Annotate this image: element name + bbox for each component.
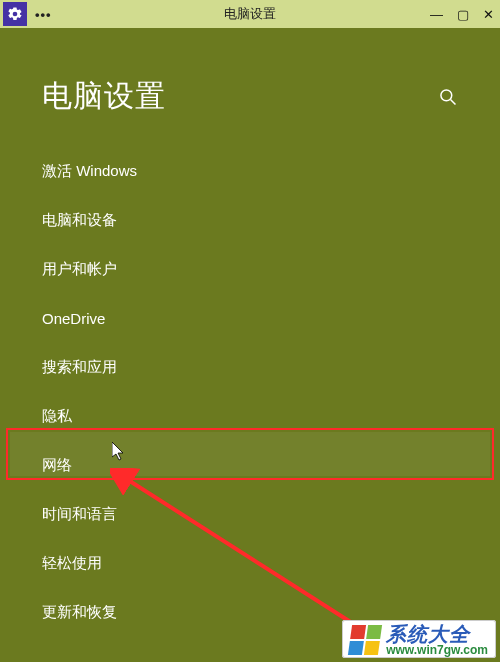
svg-line-1 [451, 99, 456, 104]
search-icon[interactable] [438, 87, 458, 107]
nav-item-users-accounts[interactable]: 用户和帐户 [42, 245, 500, 294]
windows-logo-icon [348, 625, 382, 655]
nav-label: 激活 Windows [42, 162, 137, 181]
svg-point-0 [441, 89, 452, 100]
settings-nav: 激活 Windows 电脑和设备 用户和帐户 OneDrive 搜索和应用 隐私… [0, 147, 500, 637]
nav-label: 更新和恢复 [42, 603, 117, 622]
nav-item-ease-access[interactable]: 轻松使用 [42, 539, 500, 588]
minimize-button[interactable]: — [430, 7, 443, 22]
titlebar: ••• 电脑设置 — ▢ ✕ [0, 0, 500, 28]
nav-label: 用户和帐户 [42, 260, 117, 279]
nav-item-search-apps[interactable]: 搜索和应用 [42, 343, 500, 392]
nav-item-pc-devices[interactable]: 电脑和设备 [42, 196, 500, 245]
nav-item-network[interactable]: 网络 [42, 441, 500, 490]
watermark-title: 系统大全 [386, 624, 488, 644]
nav-label: 电脑和设备 [42, 211, 117, 230]
close-button[interactable]: ✕ [483, 7, 494, 22]
page-header: 电脑设置 [0, 28, 500, 147]
menu-dots[interactable]: ••• [35, 7, 52, 22]
nav-label: 搜索和应用 [42, 358, 117, 377]
nav-item-time-language[interactable]: 时间和语言 [42, 490, 500, 539]
page-heading: 电脑设置 [42, 76, 166, 117]
nav-label: OneDrive [42, 310, 105, 327]
nav-item-onedrive[interactable]: OneDrive [42, 294, 500, 343]
watermark: 系统大全 www.win7gw.com [342, 620, 496, 658]
nav-label: 时间和语言 [42, 505, 117, 524]
nav-item-privacy[interactable]: 隐私 [42, 392, 500, 441]
maximize-button[interactable]: ▢ [457, 7, 469, 22]
nav-item-activate-windows[interactable]: 激活 Windows [42, 147, 500, 196]
settings-gear-icon[interactable] [3, 2, 27, 26]
nav-label: 轻松使用 [42, 554, 102, 573]
nav-label: 网络 [42, 456, 72, 475]
watermark-url: www.win7gw.com [386, 644, 488, 656]
window-title: 电脑设置 [224, 5, 276, 23]
nav-label: 隐私 [42, 407, 72, 426]
